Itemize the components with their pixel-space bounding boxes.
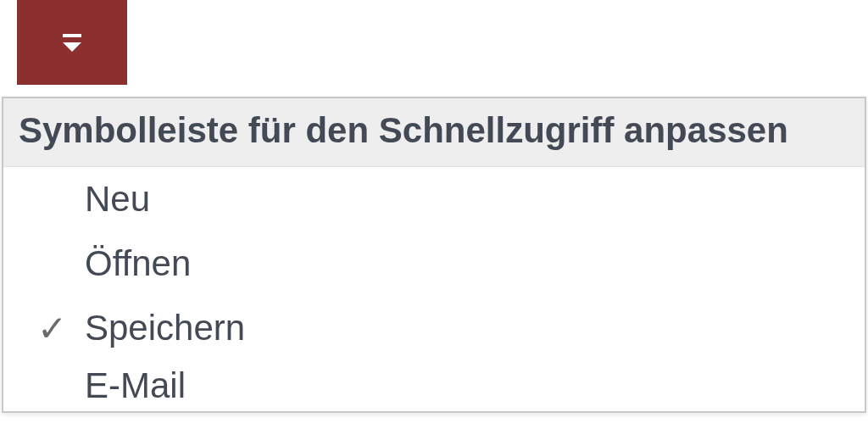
customize-qat-button[interactable] — [17, 0, 127, 85]
menu-item-label: E-Mail — [85, 365, 186, 406]
customize-qat-icon — [63, 34, 81, 52]
qat-dropdown-header: Symbolleiste für den Schnellzugriff anpa… — [3, 98, 865, 167]
menu-item-speichern[interactable]: ✓ Speichern — [3, 296, 865, 360]
menu-item-email[interactable]: E-Mail — [3, 360, 865, 411]
qat-dropdown: Symbolleiste für den Schnellzugriff anpa… — [2, 97, 866, 413]
menu-item-label: Speichern — [85, 308, 245, 348]
menu-item-oeffnen[interactable]: Öffnen — [3, 231, 865, 296]
check-icon: ✓ — [19, 308, 85, 349]
menu-item-label: Öffnen — [85, 243, 191, 284]
menu-item-neu[interactable]: Neu — [3, 167, 865, 231]
menu-item-label: Neu — [85, 179, 150, 220]
